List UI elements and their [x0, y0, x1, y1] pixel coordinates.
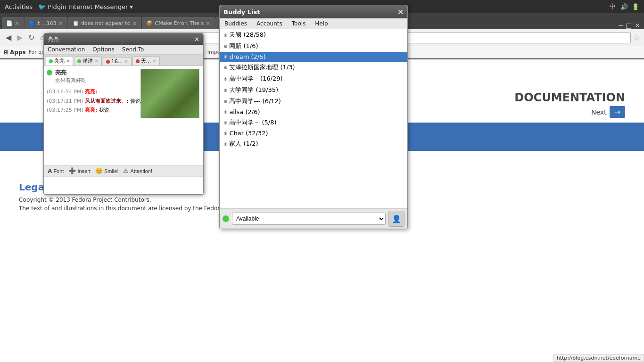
buddy-list-close-button[interactable]: ✕: [397, 8, 404, 16]
activities-label[interactable]: Activities: [5, 3, 33, 10]
buddy-group-9[interactable]: ⊕ Chat (32/32): [220, 128, 407, 138]
tab-close-3[interactable]: ✕: [132, 20, 137, 27]
tab-4[interactable]: 📦 CMake Error: The s ✕: [142, 17, 215, 29]
buddy-list-title: Buddy List: [223, 8, 260, 16]
tab-favicon-3: 📋: [73, 20, 79, 26]
group-name-4: 高中同学-- (16/29): [229, 74, 282, 83]
buddy-menu-help[interactable]: Help: [310, 18, 332, 29]
expand-icon-9: ⊕: [223, 131, 227, 136]
tab-1[interactable]: 📄 ✕: [2, 17, 24, 29]
chat-tab-close-3[interactable]: ✕: [152, 58, 156, 64]
tab-3[interactable]: 📋 does not appear to ✕: [68, 17, 141, 29]
next-arrow-icon: →: [610, 106, 625, 118]
insert-icon: ➕: [68, 167, 76, 174]
chat-input-area[interactable]: [44, 176, 203, 194]
buddy-group-7[interactable]: ⊕ ailsa (2/6): [220, 107, 407, 117]
chat-tab-1[interactable]: 洋洋 ✕: [74, 56, 101, 66]
app-name[interactable]: Pidgin Internet Messenger: [48, 3, 128, 10]
buddy-group-4[interactable]: ⊕ 高中同学-- (16/29): [220, 73, 407, 84]
group-name-9: Chat (32/32): [229, 130, 268, 137]
reload-button[interactable]: ↻: [26, 32, 36, 43]
buddy-group-2[interactable]: ⊕ dream (2/5): [220, 52, 407, 62]
tab-favicon-4: 📦: [146, 20, 153, 26]
expand-icon-4: ⊕: [223, 76, 227, 82]
chat-tab-close-1[interactable]: ✕: [94, 58, 98, 64]
buddy-group-6[interactable]: ⊕ 高中同学--- (6/12): [220, 96, 407, 107]
tab-title-4: CMake Error: The s: [155, 20, 204, 26]
chat-menu-options[interactable]: Options: [89, 45, 118, 54]
chat-title: 亮亮: [48, 35, 59, 43]
volume-icon[interactable]: 🔊: [620, 3, 628, 10]
bookmark-star-icon[interactable]: ☆: [633, 33, 640, 42]
buddy-menu-accounts[interactable]: Accounts: [252, 18, 287, 29]
expand-icon-10: ⊕: [223, 141, 227, 147]
documentation-label: DOCUMENTATION: [514, 91, 625, 104]
attention-button[interactable]: ⚠ Attention!: [123, 167, 152, 174]
window-close-button[interactable]: ✕: [635, 22, 640, 29]
group-name-3: 艾泽拉斯国家地理 (1/3): [229, 63, 295, 72]
expand-icon-8: ⊕: [223, 120, 227, 125]
insert-button[interactable]: ➕ Insert: [68, 167, 91, 174]
next-button[interactable]: Next →: [591, 106, 625, 118]
url-hint: http://blog.csdn.net/eoeforname: [553, 354, 644, 362]
forward-button[interactable]: ▶: [15, 32, 25, 43]
group-name-6: 高中同学--- (6/12): [229, 97, 281, 106]
smile-icon: 😊: [95, 167, 103, 174]
tab-favicon-2: 🔵: [29, 20, 35, 26]
buddy-group-3[interactable]: ⊕ 艾泽拉斯国家地理 (1/3): [220, 62, 407, 73]
chat-tab-name-2: 16...: [111, 58, 123, 65]
group-name-0: 天阙 (28/58): [229, 31, 266, 39]
apps-label: Apps: [10, 49, 26, 56]
buddy-group-10[interactable]: ⊕ 家人 (1/2): [220, 138, 407, 149]
input-method[interactable]: 中: [610, 2, 616, 11]
font-button[interactable]: A Font: [48, 167, 64, 174]
tab-close-2[interactable]: ✕: [58, 20, 63, 27]
expand-icon-6: ⊕: [223, 99, 227, 104]
back-button[interactable]: ◀: [4, 32, 13, 43]
chat-menu-conversation[interactable]: Conversation: [44, 45, 89, 54]
chat-tab-dot-1: [77, 59, 81, 63]
tab-2[interactable]: 🔵 ż ...163 ✕: [25, 17, 67, 29]
chat-tab-close-0[interactable]: ✕: [66, 58, 70, 64]
tab-title-3: does not appear to: [81, 20, 131, 26]
expand-icon-3: ⊕: [223, 65, 227, 70]
chat-close-button[interactable]: ✕: [194, 36, 199, 43]
chat-tab-3[interactable]: 天... ✕: [132, 56, 160, 66]
buddy-group-8[interactable]: ⊕ 高中同学－ (5/8): [220, 117, 407, 128]
chat-tab-dot-3: [136, 59, 140, 63]
expand-icon-5: ⊕: [223, 88, 227, 93]
expand-icon-2: ⊕: [223, 54, 227, 59]
chat-tab-2[interactable]: 16... ✕: [103, 57, 132, 66]
chat-menu-sendto[interactable]: Send To: [118, 45, 148, 54]
expand-icon-1: ⊕: [223, 44, 227, 49]
status-select[interactable]: Available: [232, 213, 386, 225]
chat-user-avatar: [47, 70, 52, 75]
minimize-button[interactable]: ─: [619, 22, 623, 29]
tab-favicon-1: 📄: [6, 20, 13, 26]
chat-tab-name-3: 天...: [141, 58, 151, 65]
tab-close-1[interactable]: ✕: [15, 20, 19, 27]
chat-user-name: 亮亮: [55, 69, 86, 77]
chat-tab-close-2[interactable]: ✕: [124, 59, 128, 64]
chat-tab-dot-0: [49, 59, 53, 63]
buddy-group-5[interactable]: ⊕ 大学同学 (19/35): [220, 84, 407, 96]
chat-tab-0[interactable]: 亮亮 ✕: [46, 56, 73, 66]
chat-tab-dot-2: [106, 60, 110, 64]
buddy-group-1[interactable]: ⊕ 网新 (1/6): [220, 41, 407, 52]
maximize-button[interactable]: □: [626, 22, 632, 29]
apps-button[interactable]: ⊞ Apps: [4, 49, 26, 56]
expand-icon-0: ⊕: [223, 33, 227, 38]
group-name-8: 高中同学－ (5/8): [229, 118, 276, 127]
group-name-1: 网新 (1/6): [229, 42, 258, 50]
chat-user-status: 水果着真好吃: [55, 77, 86, 84]
battery-icon[interactable]: 🔋: [632, 3, 639, 10]
buddy-menu-buddies[interactable]: Buddies: [220, 18, 252, 29]
tab-close-4[interactable]: ✕: [206, 20, 210, 27]
group-name-10: 家人 (1/2): [229, 140, 258, 148]
group-name-2: dream (2/5): [229, 53, 265, 60]
buddy-icon-button[interactable]: 👤: [388, 211, 405, 227]
smile-button[interactable]: 😊 Smile!: [95, 167, 119, 174]
buddy-group-0[interactable]: ⊕ 天阙 (28/58): [220, 29, 407, 41]
chat-tab-name-1: 洋洋: [83, 58, 93, 65]
buddy-menu-tools[interactable]: Tools: [287, 18, 311, 29]
